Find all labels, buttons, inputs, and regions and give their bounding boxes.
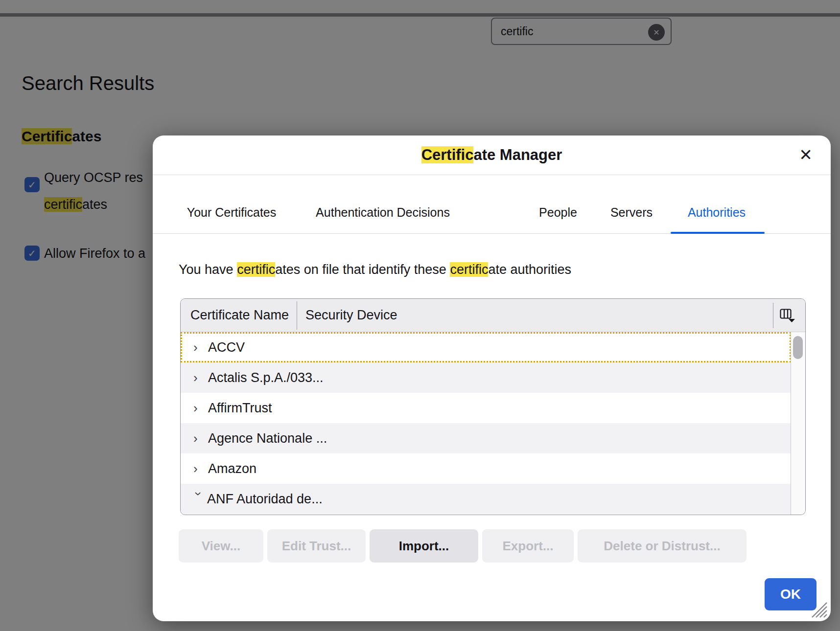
delete-or-distrust-button[interactable]: Delete or Distrust...: [578, 529, 747, 563]
table-body: › ACCV › Actalis S.p.A./033... › AffirmT…: [181, 332, 791, 514]
search-highlight: certific: [450, 262, 488, 277]
authorities-description: You have certificates on file that ident…: [179, 260, 571, 279]
tab-authentication-decisions[interactable]: Authentication Decisions: [316, 191, 450, 234]
import-button[interactable]: Import...: [370, 529, 478, 563]
table-row[interactable]: › Amazon: [181, 453, 791, 484]
certificate-name: Agence Nationale ...: [208, 431, 327, 446]
column-divider: [773, 303, 773, 328]
search-highlight: certific: [237, 262, 275, 277]
table-row[interactable]: › Agence Nationale ...: [181, 423, 791, 453]
certificate-name: ACCV: [208, 340, 245, 355]
table-row[interactable]: › AffirmTrust: [181, 393, 791, 423]
chevron-down-icon[interactable]: ›: [192, 492, 205, 504]
column-header-certificate-name[interactable]: Certificate Name: [181, 308, 289, 323]
chevron-right-icon[interactable]: ›: [193, 432, 208, 445]
edit-trust-button[interactable]: Edit Trust...: [267, 529, 366, 563]
column-header-security-device[interactable]: Security Device: [305, 308, 397, 323]
table-row[interactable]: › Actalis S.p.A./033...: [181, 362, 791, 393]
certificate-manager-dialog: Certificate Manager ✕ Your Certificates …: [153, 135, 831, 621]
close-icon[interactable]: ✕: [799, 146, 813, 164]
screen: ✕ Search Results Certificates ✓ Query OC…: [0, 0, 840, 631]
certificate-name: AffirmTrust: [208, 401, 272, 416]
dialog-title: Certificate Manager: [421, 146, 562, 164]
table-header: Certificate Name Security Device: [181, 299, 805, 332]
column-picker-icon[interactable]: [780, 309, 795, 322]
certificates-table: Certificate Name Security Device › ACCV: [180, 298, 806, 515]
tab-your-certificates[interactable]: Your Certificates: [187, 191, 277, 234]
search-highlight: Certific: [421, 146, 474, 163]
column-divider: [297, 301, 297, 330]
chevron-right-icon[interactable]: ›: [193, 341, 208, 354]
tab-authorities[interactable]: Authorities: [688, 191, 746, 234]
export-button[interactable]: Export...: [482, 529, 574, 563]
chevron-right-icon[interactable]: ›: [193, 402, 208, 414]
chevron-right-icon[interactable]: ›: [193, 462, 208, 475]
action-button-row: View... Edit Trust... Import... Export..…: [179, 529, 747, 563]
certificate-name: Amazon: [208, 461, 257, 476]
chevron-right-icon[interactable]: ›: [193, 371, 208, 384]
table-row[interactable]: › ANF Autoridad de...: [181, 484, 791, 514]
view-button[interactable]: View...: [179, 529, 263, 563]
certificate-name: ANF Autoridad de...: [207, 492, 323, 507]
scrollbar-thumb[interactable]: [793, 336, 803, 359]
tab-people[interactable]: People: [539, 191, 577, 234]
tab-servers[interactable]: Servers: [610, 191, 653, 234]
active-tab-underline: [671, 232, 765, 234]
scrollbar-track[interactable]: [791, 332, 805, 515]
table-row[interactable]: › ACCV: [181, 332, 791, 362]
certificate-name: Actalis S.p.A./033...: [208, 370, 324, 385]
dialog-header: Certificate Manager ✕: [153, 135, 831, 175]
resize-grip[interactable]: [809, 600, 828, 618]
tab-strip: Your Certificates Authentication Decisio…: [153, 191, 831, 234]
